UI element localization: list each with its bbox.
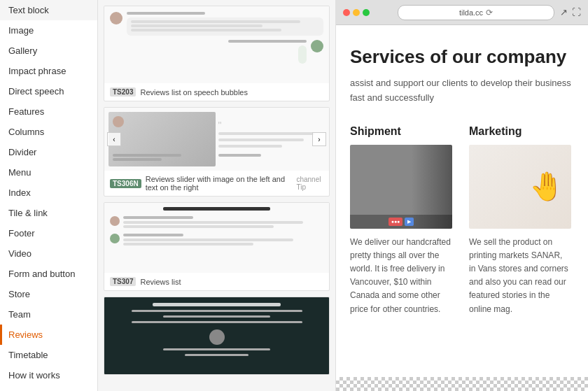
block-badge: TS203 <box>110 87 136 97</box>
block-card-reviews-list[interactable]: TS307 Reviews list <box>104 202 330 291</box>
service-card-marketing: Marketing 🤚 We sell the product on print… <box>469 125 571 316</box>
sidebar-item-form-button[interactable]: Form and button <box>0 264 97 284</box>
sidebar-item-how-it-works[interactable]: How it works <box>0 365 97 385</box>
service-title: Shipment <box>350 125 452 138</box>
review-item <box>110 234 323 247</box>
sidebar-item-video[interactable]: Video <box>0 243 97 264</box>
service-description: We sell the product on printing markets … <box>469 236 571 316</box>
dark-title-line <box>153 303 281 306</box>
address-bar[interactable]: tilda.cc ⟳ <box>398 5 554 20</box>
sidebar-item-columns[interactable]: Columns <box>0 122 97 142</box>
sidebar-item-store[interactable]: Store <box>0 284 97 304</box>
hand-icon: 🤚 <box>529 170 564 203</box>
maximize-dot[interactable] <box>363 9 370 16</box>
browser-content: Services of our company assist and suppo… <box>336 25 588 377</box>
preview-title-line <box>163 207 270 211</box>
block-label-extra: channel Tip <box>296 176 323 191</box>
sidebar-item-impact-phrase[interactable]: Impact phrase <box>0 61 97 81</box>
sidebar-item-text-block[interactable]: Text block <box>0 0 97 20</box>
minimize-dot[interactable] <box>353 9 360 16</box>
share-icon[interactable]: ↗ <box>560 7 568 17</box>
block-card-dark-reviews[interactable] <box>104 297 330 375</box>
overlay-badge-blue: ▶ <box>405 218 414 226</box>
service-image-marketing: 🤚 <box>469 145 571 229</box>
window-controls <box>343 9 370 16</box>
review-item <box>110 216 323 229</box>
block-label-text: Reviews list on speech bubbles <box>140 88 247 97</box>
avatar <box>113 116 124 127</box>
services-grid: Shipment ●●● ▶ We deliver our handcrafte… <box>350 125 571 316</box>
sidebar-item-footer[interactable]: Footer <box>0 223 97 243</box>
dark-text-line <box>163 348 270 350</box>
sidebar-item-features[interactable]: Features <box>0 101 97 122</box>
page-subtext: assist and support our clients to develo… <box>350 76 571 106</box>
service-card-shipment: Shipment ●●● ▶ We deliver our handcrafte… <box>350 125 452 316</box>
sidebar-item-timetable[interactable]: Timetable <box>0 345 97 365</box>
transparent-indicator <box>336 377 588 391</box>
block-card-label: TS306N Reviews slider with image on the … <box>104 171 329 196</box>
avatar <box>110 234 120 243</box>
sidebar-item-menu[interactable]: Menu <box>0 162 97 183</box>
service-image-shipment: ●●● ▶ <box>350 145 452 229</box>
speech-bubble <box>298 45 307 64</box>
sidebar-item-divider[interactable]: Divider <box>0 142 97 162</box>
next-arrow[interactable]: › <box>312 132 326 146</box>
block-card-label: TS203 Reviews list on speech bubbles <box>104 83 329 101</box>
dark-text-line <box>163 315 270 318</box>
sidebar-item-image[interactable]: Image <box>0 20 97 41</box>
dark-text-line <box>132 321 302 323</box>
browser-window: tilda.cc ⟳ ↗ ⛶ Services of our company a… <box>336 0 588 391</box>
block-badge: TS307 <box>110 277 136 286</box>
block-label-text: Reviews list <box>140 278 181 286</box>
speech-bubble <box>127 17 323 36</box>
dark-text-line <box>185 354 249 356</box>
overlay-badge: ●●● <box>388 218 403 226</box>
block-label-text: Reviews slider with image on the left an… <box>146 175 293 192</box>
url-text: tilda.cc <box>459 8 483 17</box>
page-heading: Services of our company <box>350 46 571 68</box>
sidebar: Text blockImageGalleryImpact phraseDirec… <box>0 0 98 391</box>
sidebar-item-direct-speech[interactable]: Direct speech <box>0 81 97 101</box>
fullscreen-icon[interactable]: ⛶ <box>572 7 581 17</box>
close-dot[interactable] <box>343 9 350 16</box>
block-badge-new: TS306N <box>110 179 141 188</box>
block-card-slider[interactable]: ‹ " › TS306N <box>104 107 330 197</box>
block-card-speech-bubbles[interactable]: TS203 Reviews list on speech bubbles <box>104 6 330 101</box>
sidebar-item-contacts[interactable]: Contacts <box>0 385 97 391</box>
browser-actions: ↗ ⛶ <box>560 7 581 17</box>
avatar <box>209 329 225 345</box>
service-title: Marketing <box>469 125 571 138</box>
sidebar-item-index[interactable]: Index <box>0 183 97 203</box>
block-card-label: TS307 Reviews list <box>104 273 329 290</box>
image-overlay: ●●● ▶ <box>350 215 452 229</box>
sidebar-item-team[interactable]: Team <box>0 304 97 325</box>
service-description: We deliver our handcrafted pretty things… <box>350 236 452 316</box>
prev-arrow[interactable]: ‹ <box>107 132 121 146</box>
sidebar-item-gallery[interactable]: Gallery <box>0 41 97 61</box>
avatar <box>110 12 122 24</box>
sidebar-item-tile-link[interactable]: Tile & link <box>0 203 97 223</box>
center-panel: TS203 Reviews list on speech bubbles ‹ " <box>98 0 336 391</box>
browser-bar: tilda.cc ⟳ ↗ ⛶ <box>336 0 588 25</box>
quote-mark: " <box>218 120 326 130</box>
dark-text-line <box>132 310 302 312</box>
avatar <box>311 40 323 52</box>
reload-button[interactable]: ⟳ <box>486 8 493 17</box>
sidebar-item-reviews[interactable]: Reviews <box>0 325 97 345</box>
avatar <box>110 216 120 226</box>
